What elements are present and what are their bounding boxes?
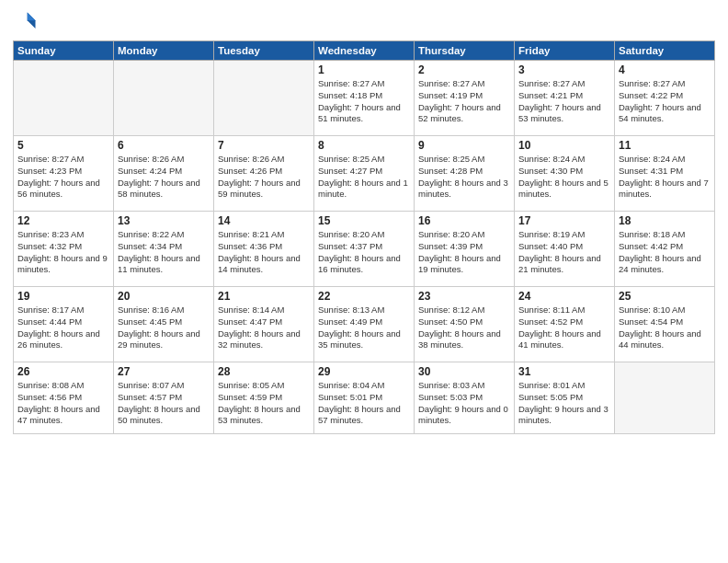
day-number: 5: [17, 139, 109, 152]
logo: [13, 9, 42, 35]
calendar-week-3: 12Sunrise: 8:23 AM Sunset: 4:32 PM Dayli…: [14, 212, 715, 287]
day-info: Sunrise: 8:08 AM Sunset: 4:56 PM Dayligh…: [17, 380, 109, 427]
day-info: Sunrise: 8:10 AM Sunset: 4:54 PM Dayligh…: [619, 304, 711, 351]
day-info: Sunrise: 8:13 AM Sunset: 4:49 PM Dayligh…: [318, 304, 410, 351]
weekday-header-saturday: Saturday: [615, 41, 715, 61]
weekday-header-thursday: Thursday: [415, 41, 515, 61]
day-info: Sunrise: 8:26 AM Sunset: 4:26 PM Dayligh…: [218, 154, 310, 201]
day-number: 29: [318, 365, 410, 378]
day-number: 19: [17, 290, 109, 303]
calendar-cell: 11Sunrise: 8:24 AM Sunset: 4:31 PM Dayli…: [615, 136, 715, 212]
day-number: 18: [619, 214, 711, 227]
calendar-cell: [14, 61, 114, 136]
day-number: 13: [118, 214, 210, 227]
day-number: 27: [118, 365, 210, 378]
calendar-cell: 13Sunrise: 8:22 AM Sunset: 4:34 PM Dayli…: [114, 212, 214, 287]
calendar-cell: 19Sunrise: 8:17 AM Sunset: 4:44 PM Dayli…: [14, 287, 114, 362]
day-info: Sunrise: 8:26 AM Sunset: 4:24 PM Dayligh…: [118, 154, 210, 201]
calendar-cell: 28Sunrise: 8:05 AM Sunset: 4:59 PM Dayli…: [214, 362, 314, 434]
day-number: 9: [418, 139, 510, 152]
day-number: 8: [318, 139, 410, 152]
day-number: 10: [518, 139, 610, 152]
weekday-header-monday: Monday: [114, 41, 214, 61]
calendar-cell: 16Sunrise: 8:20 AM Sunset: 4:39 PM Dayli…: [415, 212, 515, 287]
weekday-header-sunday: Sunday: [14, 41, 114, 61]
day-info: Sunrise: 8:14 AM Sunset: 4:47 PM Dayligh…: [218, 304, 310, 351]
day-number: 17: [518, 214, 610, 227]
day-info: Sunrise: 8:19 AM Sunset: 4:40 PM Dayligh…: [518, 229, 610, 276]
day-info: Sunrise: 8:27 AM Sunset: 4:22 PM Dayligh…: [619, 78, 711, 125]
day-info: Sunrise: 8:24 AM Sunset: 4:31 PM Dayligh…: [619, 154, 711, 201]
day-number: 31: [518, 365, 610, 378]
header: [13, 9, 715, 35]
calendar-cell: 6Sunrise: 8:26 AM Sunset: 4:24 PM Daylig…: [114, 136, 214, 212]
day-info: Sunrise: 8:04 AM Sunset: 5:01 PM Dayligh…: [318, 380, 410, 427]
day-info: Sunrise: 8:03 AM Sunset: 5:03 PM Dayligh…: [418, 380, 510, 427]
day-info: Sunrise: 8:25 AM Sunset: 4:27 PM Dayligh…: [318, 154, 410, 201]
calendar-cell: 10Sunrise: 8:24 AM Sunset: 4:30 PM Dayli…: [515, 136, 615, 212]
calendar-cell: 7Sunrise: 8:26 AM Sunset: 4:26 PM Daylig…: [214, 136, 314, 212]
calendar-cell: 22Sunrise: 8:13 AM Sunset: 4:49 PM Dayli…: [314, 287, 415, 362]
calendar-cell: [214, 61, 314, 136]
day-number: 7: [218, 139, 310, 152]
weekday-header-friday: Friday: [515, 41, 615, 61]
day-info: Sunrise: 8:23 AM Sunset: 4:32 PM Dayligh…: [17, 229, 109, 276]
calendar-cell: 26Sunrise: 8:08 AM Sunset: 4:56 PM Dayli…: [14, 362, 114, 434]
calendar-cell: 1Sunrise: 8:27 AM Sunset: 4:18 PM Daylig…: [314, 61, 415, 136]
calendar-cell: 5Sunrise: 8:27 AM Sunset: 4:23 PM Daylig…: [14, 136, 114, 212]
weekday-header-wednesday: Wednesday: [314, 41, 415, 61]
day-info: Sunrise: 8:20 AM Sunset: 4:37 PM Dayligh…: [318, 229, 410, 276]
calendar-cell: 3Sunrise: 8:27 AM Sunset: 4:21 PM Daylig…: [515, 61, 615, 136]
day-number: 12: [17, 214, 109, 227]
day-info: Sunrise: 8:16 AM Sunset: 4:45 PM Dayligh…: [118, 304, 210, 351]
calendar-cell: 4Sunrise: 8:27 AM Sunset: 4:22 PM Daylig…: [615, 61, 715, 136]
day-number: 2: [418, 63, 510, 76]
calendar-week-2: 5Sunrise: 8:27 AM Sunset: 4:23 PM Daylig…: [14, 136, 715, 212]
day-info: Sunrise: 8:27 AM Sunset: 4:19 PM Dayligh…: [418, 78, 510, 125]
day-number: 3: [518, 63, 610, 76]
day-number: 30: [418, 365, 510, 378]
day-info: Sunrise: 8:11 AM Sunset: 4:52 PM Dayligh…: [518, 304, 610, 351]
day-info: Sunrise: 8:05 AM Sunset: 4:59 PM Dayligh…: [218, 380, 310, 427]
calendar-cell: 14Sunrise: 8:21 AM Sunset: 4:36 PM Dayli…: [214, 212, 314, 287]
calendar-cell: 24Sunrise: 8:11 AM Sunset: 4:52 PM Dayli…: [515, 287, 615, 362]
calendar-week-5: 26Sunrise: 8:08 AM Sunset: 4:56 PM Dayli…: [14, 362, 715, 434]
day-number: 21: [218, 290, 310, 303]
calendar-cell: 27Sunrise: 8:07 AM Sunset: 4:57 PM Dayli…: [114, 362, 214, 434]
calendar-week-1: 1Sunrise: 8:27 AM Sunset: 4:18 PM Daylig…: [14, 61, 715, 136]
day-number: 25: [619, 290, 711, 303]
calendar-cell: 30Sunrise: 8:03 AM Sunset: 5:03 PM Dayli…: [415, 362, 515, 434]
calendar-cell: 20Sunrise: 8:16 AM Sunset: 4:45 PM Dayli…: [114, 287, 214, 362]
day-number: 20: [118, 290, 210, 303]
day-info: Sunrise: 8:27 AM Sunset: 4:21 PM Dayligh…: [518, 78, 610, 125]
calendar-cell: 9Sunrise: 8:25 AM Sunset: 4:28 PM Daylig…: [415, 136, 515, 212]
day-info: Sunrise: 8:22 AM Sunset: 4:34 PM Dayligh…: [118, 229, 210, 276]
calendar-cell: 8Sunrise: 8:25 AM Sunset: 4:27 PM Daylig…: [314, 136, 415, 212]
day-info: Sunrise: 8:27 AM Sunset: 4:18 PM Dayligh…: [318, 78, 410, 125]
day-info: Sunrise: 8:21 AM Sunset: 4:36 PM Dayligh…: [218, 229, 310, 276]
day-info: Sunrise: 8:17 AM Sunset: 4:44 PM Dayligh…: [17, 304, 109, 351]
calendar-cell: 21Sunrise: 8:14 AM Sunset: 4:47 PM Dayli…: [214, 287, 314, 362]
day-info: Sunrise: 8:20 AM Sunset: 4:39 PM Dayligh…: [418, 229, 510, 276]
day-info: Sunrise: 8:27 AM Sunset: 4:23 PM Dayligh…: [17, 154, 109, 201]
day-info: Sunrise: 8:01 AM Sunset: 5:05 PM Dayligh…: [518, 380, 610, 427]
day-number: 23: [418, 290, 510, 303]
day-number: 15: [318, 214, 410, 227]
page: SundayMondayTuesdayWednesdayThursdayFrid…: [0, 0, 728, 563]
day-number: 28: [218, 365, 310, 378]
calendar-cell: 31Sunrise: 8:01 AM Sunset: 5:05 PM Dayli…: [515, 362, 615, 434]
calendar-cell: 15Sunrise: 8:20 AM Sunset: 4:37 PM Dayli…: [314, 212, 415, 287]
calendar-table: SundayMondayTuesdayWednesdayThursdayFrid…: [13, 40, 715, 434]
svg-marker-1: [28, 13, 36, 21]
calendar-cell: [615, 362, 715, 434]
day-number: 11: [619, 139, 711, 152]
day-number: 1: [318, 63, 410, 76]
weekday-header-tuesday: Tuesday: [214, 41, 314, 61]
day-info: Sunrise: 8:07 AM Sunset: 4:57 PM Dayligh…: [118, 380, 210, 427]
calendar-cell: 17Sunrise: 8:19 AM Sunset: 4:40 PM Dayli…: [515, 212, 615, 287]
day-info: Sunrise: 8:18 AM Sunset: 4:42 PM Dayligh…: [619, 229, 711, 276]
day-info: Sunrise: 8:24 AM Sunset: 4:30 PM Dayligh…: [518, 154, 610, 201]
day-number: 4: [619, 63, 711, 76]
weekday-header-row: SundayMondayTuesdayWednesdayThursdayFrid…: [14, 41, 715, 61]
day-number: 16: [418, 214, 510, 227]
